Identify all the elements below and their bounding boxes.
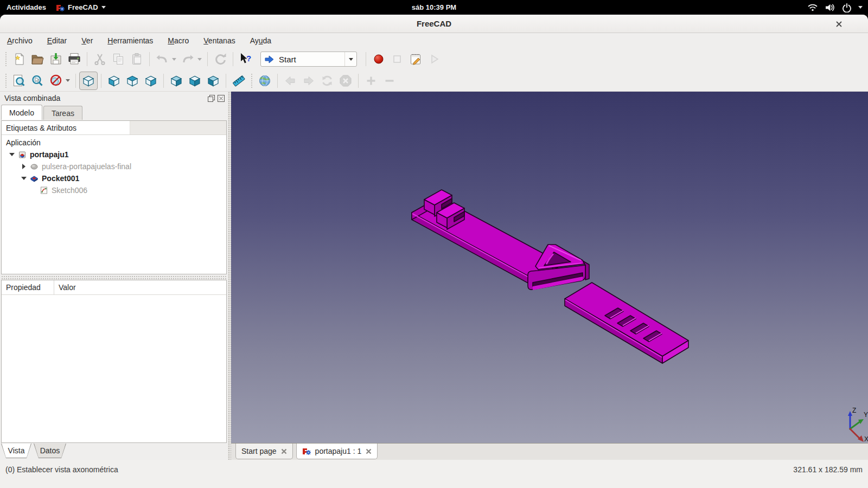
right-view-button[interactable]	[142, 72, 160, 90]
chevron-expanded-icon[interactable]	[8, 153, 16, 156]
zoom-out-button[interactable]	[380, 72, 399, 90]
volume-icon[interactable]	[825, 3, 835, 12]
whats-this-button[interactable]: ?	[237, 50, 255, 68]
tab-datos[interactable]: Datos	[34, 444, 66, 458]
macro-edit-button[interactable]	[406, 50, 425, 68]
copy-button[interactable]	[109, 50, 127, 68]
nav-forward-button[interactable]	[299, 72, 318, 90]
save-button[interactable]	[47, 50, 65, 68]
tab-start-page[interactable]: Start page	[235, 444, 293, 459]
tree-item-pulsera[interactable]: pulsera-portapajuelas-final	[5, 160, 226, 172]
bottom-view-button[interactable]	[186, 72, 204, 90]
menubar: Archivo Editar Ver Herramientas Macro Ve…	[0, 33, 868, 48]
menu-macro[interactable]: Macro	[168, 36, 189, 45]
workbench-selector[interactable]: Start	[260, 52, 357, 67]
panel-splitter[interactable]	[1, 275, 227, 280]
dock-close-button[interactable]	[218, 95, 225, 102]
tab-tareas[interactable]: Tareas	[43, 106, 82, 120]
redo-button[interactable]	[178, 50, 197, 68]
power-icon[interactable]	[842, 3, 852, 12]
toolbar-separator	[87, 52, 87, 66]
dock-float-button[interactable]	[208, 95, 215, 102]
viewport-dimensions: 321.61 x 182.59 mm	[793, 465, 863, 474]
web-stop-button[interactable]	[336, 72, 355, 90]
left-view-button[interactable]	[204, 72, 222, 90]
draw-style-dropdown-caret[interactable]	[66, 79, 70, 82]
toolbar-grip[interactable]	[5, 74, 7, 88]
menu-editar[interactable]: Editar	[47, 36, 67, 45]
tree-column-header[interactable]: Etiquetas & Atributos	[2, 121, 130, 134]
close-icon[interactable]	[366, 448, 372, 454]
nav-back-button[interactable]	[281, 72, 299, 90]
chevron-down-icon	[101, 6, 106, 9]
tab-vista[interactable]: Vista	[1, 444, 31, 458]
close-icon[interactable]	[281, 448, 287, 454]
chevron-collapsed-icon[interactable]	[20, 164, 28, 169]
toolbar-grip[interactable]	[5, 52, 7, 66]
toolbar-separator	[277, 74, 278, 88]
toolbar-separator	[149, 52, 150, 66]
menu-ventanas[interactable]: Ventanas	[203, 36, 235, 45]
app-menu[interactable]: FreeCAD	[56, 3, 106, 12]
chevron-expanded-icon[interactable]	[20, 177, 28, 180]
axis-x-label: X	[864, 435, 868, 443]
refresh-button[interactable]	[211, 50, 229, 68]
axonometric-view-button[interactable]	[79, 72, 98, 90]
toolbar-separator	[207, 52, 208, 66]
draw-style-button[interactable]	[47, 72, 65, 90]
macro-record-button[interactable]	[369, 50, 388, 68]
new-document-button[interactable]	[10, 50, 28, 68]
activities-button[interactable]: Actividades	[7, 3, 46, 11]
rear-view-button[interactable]	[167, 72, 186, 90]
solid-body-icon	[30, 162, 39, 171]
tree-item-pocket001[interactable]: Pocket001	[5, 172, 226, 184]
tree-root-aplicacion[interactable]: Aplicación	[5, 137, 226, 149]
statusbar: (0) Establecer vista axonométrica 321.61…	[0, 460, 868, 488]
macro-execute-button[interactable]	[425, 50, 443, 68]
wifi-icon[interactable]	[807, 3, 818, 12]
axis-z-label: Z	[852, 407, 856, 414]
fit-all-button[interactable]	[10, 72, 28, 90]
tab-modelo[interactable]: Modelo	[1, 105, 42, 120]
open-document-button[interactable]	[28, 50, 47, 68]
redo-dropdown-caret[interactable]	[197, 58, 202, 61]
clock[interactable]: sáb 10:39 PM	[0, 3, 868, 11]
zoom-in-button[interactable]	[362, 72, 380, 90]
cut-button[interactable]	[91, 50, 109, 68]
zoom-selection-button[interactable]	[28, 72, 47, 90]
pocket-feature-icon	[30, 174, 39, 183]
web-browser-button[interactable]	[256, 72, 274, 90]
toolbar-view	[0, 70, 868, 92]
top-view-button[interactable]	[123, 72, 142, 90]
3d-viewport[interactable]: Z Y X	[231, 92, 868, 443]
property-column-header[interactable]: Propiedad	[2, 280, 54, 294]
menu-ayuda[interactable]: Ayuda	[250, 36, 271, 45]
window-titlebar[interactable]: FreeCAD	[0, 15, 868, 33]
property-editor: Propiedad Valor	[1, 280, 227, 443]
combined-view-panel: Vista combinada Modelo Tareas Etiquetas …	[0, 92, 228, 460]
system-menu-caret-icon[interactable]	[858, 6, 863, 9]
front-view-button[interactable]	[105, 72, 123, 90]
undo-dropdown-caret[interactable]	[172, 58, 176, 61]
undo-button[interactable]	[153, 50, 171, 68]
tab-portapaju1[interactable]: portapaju1 : 1	[296, 444, 378, 459]
toolbar-separator	[101, 74, 101, 88]
toolbar-separator	[75, 74, 76, 88]
tree-item-portapaju1[interactable]: portapaju1	[5, 149, 226, 160]
tree-item-sketch006[interactable]: Sketch006	[5, 184, 226, 196]
print-button[interactable]	[65, 50, 84, 68]
bracelet-model[interactable]: Z Y X	[231, 92, 868, 443]
window-close-button[interactable]	[833, 18, 844, 29]
web-refresh-button[interactable]	[318, 72, 336, 90]
sketch-icon	[40, 186, 48, 195]
menu-archivo[interactable]: Archivo	[7, 36, 33, 45]
value-column-header[interactable]: Valor	[54, 280, 226, 294]
toolbar-grip[interactable]	[251, 74, 252, 88]
menu-herramientas[interactable]: Herramientas	[107, 36, 153, 45]
workbench-dropdown[interactable]	[344, 52, 356, 66]
window-title: FreeCAD	[0, 15, 868, 33]
menu-ver[interactable]: Ver	[81, 36, 93, 45]
measure-button[interactable]	[229, 72, 248, 90]
macro-stop-button[interactable]	[388, 50, 406, 68]
paste-button[interactable]	[127, 50, 146, 68]
